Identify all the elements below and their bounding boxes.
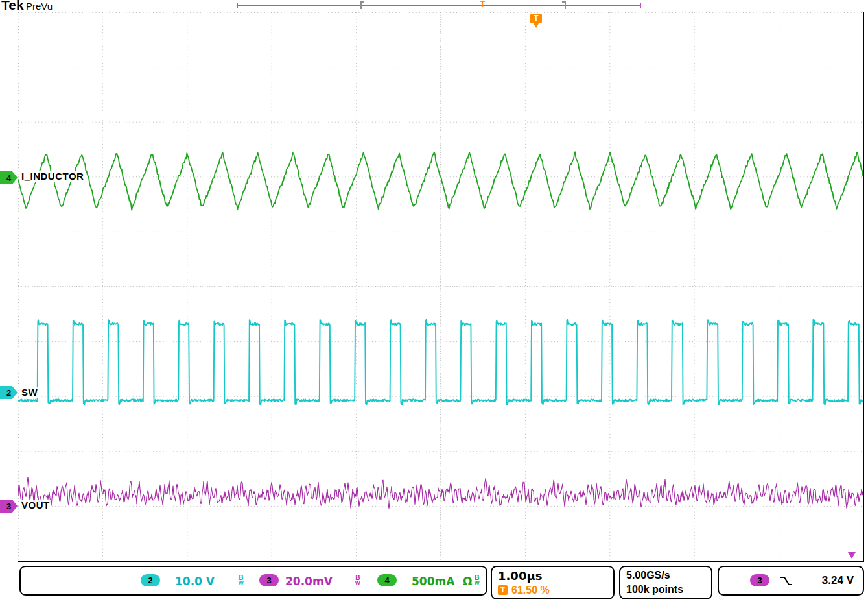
trigger-position-icon: T (498, 585, 508, 595)
acquisition-readout-box[interactable]: 5.00GS/s 100k points (619, 566, 712, 599)
timebase-readout: 1.00μs (498, 569, 542, 583)
trigger-position-readout: 61.50 % (511, 585, 550, 596)
falling-edge-icon (779, 575, 793, 590)
channel-4-marker[interactable]: 4 (0, 171, 18, 184)
label-vout: VOUT (20, 500, 51, 511)
channel-2-scale[interactable]: 10.0 V (175, 575, 215, 588)
label-i-inductor: I_INDUCTOR (20, 171, 85, 182)
channel-3-bandwidth-icon: B W (355, 575, 360, 585)
tek-logo: Tek (1, 0, 24, 13)
channel-3-marker[interactable]: 3 (0, 500, 18, 513)
trigger-level-marker-icon[interactable] (848, 552, 856, 559)
channel-2-bandwidth-icon: B W (239, 575, 244, 585)
graticule (18, 12, 864, 562)
record-trigger-marker[interactable]: T (480, 0, 486, 9)
window-left-bracket-foot (360, 1, 364, 3)
acquisition-status: PreVu (26, 1, 53, 12)
horizontal-readout-box[interactable]: 1.00μs T 61.50 % (491, 566, 615, 599)
channel-4-badge[interactable]: 4 (377, 574, 397, 586)
trigger-readout-box[interactable]: 3 3.24 V (718, 566, 864, 596)
waveform-display (18, 12, 863, 561)
channel-3-badge[interactable]: 3 (259, 574, 279, 586)
record-end-tick (640, 3, 641, 8)
trigger-position-flag[interactable]: T (530, 14, 542, 23)
label-sw: SW (20, 387, 39, 398)
channel-2-badge[interactable]: 2 (141, 574, 160, 586)
oscilloscope-screen: Tek PreVu T T 4 2 3 I_INDUCTOR SW VOUT 2… (0, 0, 868, 604)
graticule-grid (18, 12, 863, 561)
trigger-level-readout: 3.24 V (822, 574, 854, 587)
bw-letter-w: W (475, 581, 480, 585)
window-right-bracket-foot (562, 1, 566, 3)
channel-4-ohm-symbol: Ω (463, 575, 472, 588)
trigger-source-badge[interactable]: 3 (750, 574, 769, 586)
channel-4-scale[interactable]: 500mA (412, 575, 454, 588)
sample-rate-readout: 5.00GS/s (626, 570, 670, 581)
channel-3-scale[interactable]: 20.0mV (285, 575, 333, 588)
channel-readouts-box: 2 10.0 V B W 3 20.0mV B W 4 500mA Ω B W (19, 566, 487, 596)
channel-2-marker[interactable]: 2 (0, 386, 18, 399)
bw-letter-w: W (239, 581, 244, 585)
record-length-readout: 100k points (626, 584, 683, 596)
record-start-tick (237, 3, 238, 8)
bw-letter-w: W (355, 581, 360, 585)
channel-4-bandwidth-icon: B W (475, 575, 480, 585)
record-view-line (237, 5, 641, 6)
trigger-position-arrow-icon (534, 23, 539, 28)
